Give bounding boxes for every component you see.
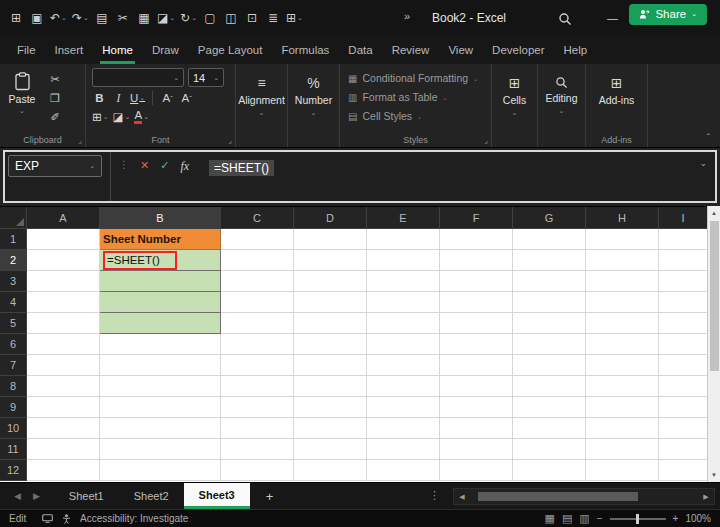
scroll-up-icon[interactable]: ▲: [708, 206, 720, 220]
cell-B11[interactable]: [100, 439, 221, 460]
tab-view[interactable]: View: [445, 36, 476, 64]
cell-B12[interactable]: [100, 460, 221, 481]
cell-D1[interactable]: [294, 229, 367, 250]
column-header-G[interactable]: G: [513, 207, 586, 229]
cell-E11[interactable]: [367, 439, 440, 460]
row-header-3[interactable]: 3: [0, 271, 27, 292]
cell-F3[interactable]: [440, 271, 513, 292]
scroll-down-icon[interactable]: ▼: [708, 468, 720, 482]
cell-A5[interactable]: [27, 313, 100, 334]
row-header-8[interactable]: 8: [0, 376, 27, 397]
tab-review[interactable]: Review: [389, 36, 433, 64]
cell-D11[interactable]: [294, 439, 367, 460]
cell-D10[interactable]: [294, 418, 367, 439]
cell-C8[interactable]: [221, 376, 294, 397]
cell-H8[interactable]: [586, 376, 659, 397]
name-box[interactable]: EXP ⌄: [8, 155, 102, 177]
cell-E9[interactable]: [367, 397, 440, 418]
cell-I4[interactable]: [659, 292, 707, 313]
cell-A7[interactable]: [27, 355, 100, 376]
clipboard-dialog-launcher-icon[interactable]: ⌟: [78, 136, 82, 145]
cell-D8[interactable]: [294, 376, 367, 397]
cell-C6[interactable]: [221, 334, 294, 355]
cell-G1[interactable]: [513, 229, 586, 250]
cell-D9[interactable]: [294, 397, 367, 418]
cell-B1[interactable]: Sheet Number: [100, 229, 221, 250]
cell-H11[interactable]: [586, 439, 659, 460]
enter-button[interactable]: ✓: [160, 159, 169, 172]
save-icon[interactable]: ▣: [27, 6, 47, 30]
column-header-H[interactable]: H: [586, 207, 659, 229]
increase-font-size-button[interactable]: Aˆ: [160, 90, 175, 106]
cell-A8[interactable]: [27, 376, 100, 397]
font-color-button[interactable]: A⌄: [134, 109, 149, 125]
cell-B5[interactable]: [100, 313, 221, 334]
zoom-in-button[interactable]: +: [673, 513, 679, 524]
cell-G5[interactable]: [513, 313, 586, 334]
page-layout-view-icon[interactable]: ▤: [562, 512, 572, 525]
cell-A11[interactable]: [27, 439, 100, 460]
cell-B6[interactable]: [100, 334, 221, 355]
minimize-button[interactable]: —: [591, 0, 634, 36]
fill-color-button[interactable]: ◪⌄: [113, 109, 131, 125]
cell-I5[interactable]: [659, 313, 707, 334]
cell-E4[interactable]: [367, 292, 440, 313]
tab-page-layout[interactable]: Page Layout: [195, 36, 266, 64]
cell-I7[interactable]: [659, 355, 707, 376]
cell-I12[interactable]: [659, 460, 707, 481]
cell-G7[interactable]: [513, 355, 586, 376]
camera-icon[interactable]: ⊡: [242, 6, 262, 30]
copy-button[interactable]: ❐: [44, 90, 66, 107]
column-header-D[interactable]: D: [294, 207, 367, 229]
zoom-slider[interactable]: [610, 518, 666, 520]
cell-I10[interactable]: [659, 418, 707, 439]
cell-D6[interactable]: [294, 334, 367, 355]
cell-G8[interactable]: [513, 376, 586, 397]
cell-F4[interactable]: [440, 292, 513, 313]
cell-I11[interactable]: [659, 439, 707, 460]
cell-E1[interactable]: [367, 229, 440, 250]
vertical-scrollbar[interactable]: ▲ ▼: [707, 206, 720, 482]
tab-data[interactable]: Data: [345, 36, 375, 64]
underline-button[interactable]: U⌄: [130, 90, 145, 106]
cell-I3[interactable]: [659, 271, 707, 292]
cell-G10[interactable]: [513, 418, 586, 439]
new-sheet-button[interactable]: +: [250, 483, 290, 509]
tab-help[interactable]: Help: [561, 36, 591, 64]
new-sheet-icon[interactable]: ▤: [92, 6, 112, 30]
horizontal-scroll-thumb[interactable]: [478, 492, 638, 501]
redo-icon[interactable]: ↷⌄: [70, 6, 91, 30]
cell-C4[interactable]: [221, 292, 294, 313]
cell-H12[interactable]: [586, 460, 659, 481]
column-header-E[interactable]: E: [367, 207, 440, 229]
cell-H10[interactable]: [586, 418, 659, 439]
cell-H6[interactable]: [586, 334, 659, 355]
row-header-5[interactable]: 5: [0, 313, 27, 334]
vertical-scroll-thumb[interactable]: [710, 221, 719, 371]
bold-button[interactable]: B: [92, 90, 107, 106]
cell-B3[interactable]: [100, 271, 221, 292]
cell-F7[interactable]: [440, 355, 513, 376]
cell-C11[interactable]: [221, 439, 294, 460]
cell-G12[interactable]: [513, 460, 586, 481]
column-header-C[interactable]: C: [221, 207, 294, 229]
cell-A4[interactable]: [27, 292, 100, 313]
addins-button[interactable]: ⊞ Add-ins: [586, 69, 647, 106]
tab-developer[interactable]: Developer: [489, 36, 547, 64]
formula-input[interactable]: =SHEET(): [199, 152, 699, 201]
cell-C9[interactable]: [221, 397, 294, 418]
cell-I1[interactable]: [659, 229, 707, 250]
row-header-1[interactable]: 1: [0, 229, 27, 250]
cell-C12[interactable]: [221, 460, 294, 481]
row-header-7[interactable]: 7: [0, 355, 27, 376]
format-painter-button[interactable]: ✐: [44, 109, 66, 126]
sheet-options-icon[interactable]: ⋮: [429, 489, 440, 502]
zoom-out-button[interactable]: −: [597, 513, 603, 524]
horizontal-scroll-track[interactable]: [470, 489, 698, 504]
cell-F6[interactable]: [440, 334, 513, 355]
cancel-button[interactable]: ✕: [140, 159, 149, 172]
cell-E10[interactable]: [367, 418, 440, 439]
cell-A9[interactable]: [27, 397, 100, 418]
cell-A3[interactable]: [27, 271, 100, 292]
document-icon[interactable]: ▢: [200, 6, 220, 30]
